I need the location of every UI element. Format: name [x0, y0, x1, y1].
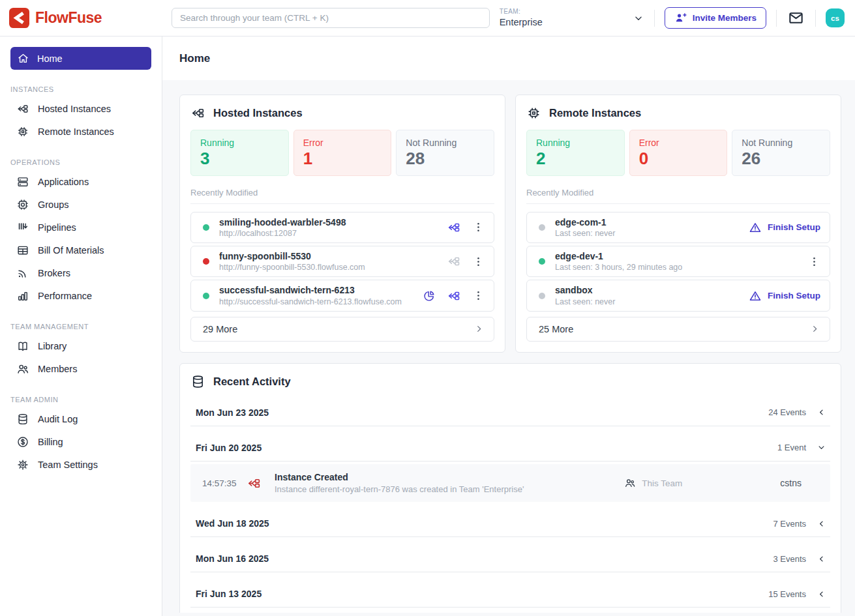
- applications-icon: [16, 175, 29, 188]
- team-name: Enterprise: [500, 16, 543, 28]
- stat-value: 1: [303, 149, 382, 168]
- invite-members-button[interactable]: Invite Members: [665, 7, 766, 29]
- instance-url: http://funny-spoonbill-5530.flowfuse.com: [219, 262, 365, 272]
- search-input[interactable]: [172, 8, 490, 28]
- activity-group: Fri Jun 13 2025 15 Events: [190, 581, 830, 608]
- warning-triangle-icon: [749, 221, 762, 234]
- team-selector[interactable]: TEAM: Enterprise: [500, 8, 644, 28]
- remote-more-row[interactable]: 25 More: [526, 317, 830, 342]
- brokers-icon: [16, 267, 29, 280]
- brand-logo[interactable]: FlowFuse: [0, 8, 162, 28]
- sidebar-item-members[interactable]: Members: [10, 357, 151, 380]
- sidebar-item-brokers[interactable]: Brokers: [10, 261, 151, 284]
- activity-group-header[interactable]: Fri Jun 13 2025 15 Events: [190, 581, 830, 608]
- bill-of-materials-icon: [16, 244, 29, 257]
- stat-label: Error: [303, 138, 382, 148]
- sidebar-item-audit-log[interactable]: Audit Log: [10, 407, 151, 430]
- members-icon: [16, 362, 29, 375]
- stat-not-running[interactable]: Not Running 28: [396, 130, 494, 176]
- sidebar-item-label: Applications: [38, 177, 89, 187]
- sidebar-item-library[interactable]: Library: [10, 334, 151, 357]
- kebab-menu-icon[interactable]: [472, 221, 485, 233]
- remote-instances-card: Remote Instances Running 2 Error 0 Not R…: [515, 95, 841, 353]
- activity-event-row[interactable]: 14:57:35 Instance Created Instance diffe…: [190, 464, 830, 502]
- hosted-more-row[interactable]: 29 More: [190, 317, 494, 342]
- kebab-menu-icon[interactable]: [472, 256, 485, 268]
- group-event-count: 1 Event: [777, 443, 806, 452]
- device-name: sandbox: [555, 284, 615, 296]
- group-event-count: 7 Events: [773, 519, 806, 529]
- instance-row[interactable]: successful-sandwich-tern-6213 http://suc…: [190, 280, 494, 311]
- sidebar-item-label: Audit Log: [38, 414, 78, 424]
- section-label-team-management: TEAM MANAGEMENT: [10, 323, 151, 330]
- stat-not-running[interactable]: Not Running 26: [732, 130, 830, 176]
- instance-row[interactable]: smiling-hooded-warbler-5498 http://local…: [190, 212, 494, 243]
- sidebar-item-groups[interactable]: Groups: [10, 193, 151, 216]
- section-label-team-admin: TEAM ADMIN: [10, 396, 151, 403]
- stat-error[interactable]: Error 1: [293, 130, 392, 176]
- kebab-menu-icon[interactable]: [808, 256, 820, 268]
- open-editor-icon[interactable]: [447, 289, 461, 303]
- user-plus-icon: [674, 12, 687, 24]
- card-title: Hosted Instances: [213, 107, 303, 119]
- notifications-button[interactable]: [787, 8, 805, 27]
- divider: [815, 10, 816, 27]
- card-title: Recent Activity: [213, 375, 291, 388]
- hosted-instances-card: Hosted Instances Running 3 Error 1 Not R…: [179, 95, 505, 353]
- invite-members-label: Invite Members: [693, 13, 757, 23]
- open-editor-icon[interactable]: [447, 220, 461, 235]
- user-avatar[interactable]: cs: [826, 8, 845, 27]
- device-row[interactable]: edge-com-1 Last seen: never Finish Setup: [526, 212, 830, 243]
- chevron-left-icon: [817, 589, 826, 599]
- device-row[interactable]: edge-dev-1 Last seen: 3 hours, 29 minute…: [526, 246, 830, 277]
- activity-group-expanded: Fri Jun 20 2025 1 Event 14:57:35 Instanc…: [190, 435, 830, 502]
- sidebar-item-remote-instances[interactable]: Remote Instances: [10, 120, 151, 143]
- card-title: Remote Instances: [549, 107, 641, 119]
- status-dot-never: [539, 224, 545, 231]
- library-icon: [16, 340, 29, 353]
- hosted-instances-icon: [16, 102, 29, 115]
- stat-label: Running: [200, 138, 279, 148]
- sidebar-item-hosted-instances[interactable]: Hosted Instances: [10, 97, 151, 120]
- device-last-seen: Last seen: 3 hours, 29 minutes ago: [555, 262, 682, 272]
- finish-setup-label: Finish Setup: [768, 291, 820, 301]
- finish-setup-button[interactable]: Finish Setup: [749, 289, 820, 302]
- chevron-right-icon: [473, 323, 485, 334]
- audit-log-icon: [16, 413, 29, 426]
- sidebar-item-bill-of-materials[interactable]: Bill Of Materials: [10, 239, 151, 261]
- page-titlebar: Home: [162, 37, 855, 80]
- sidebar-item-pipelines[interactable]: Pipelines: [10, 216, 151, 239]
- status-dot-never: [539, 293, 545, 299]
- sidebar-item-performance[interactable]: Performance: [10, 284, 151, 307]
- sidebar-item-applications[interactable]: Applications: [10, 170, 151, 193]
- chevron-left-icon: [817, 407, 826, 417]
- chevron-left-icon: [817, 519, 826, 529]
- stat-running[interactable]: Running 2: [526, 130, 625, 176]
- activity-group-header[interactable]: Wed Jun 18 2025 7 Events: [190, 510, 830, 537]
- activity-group-header[interactable]: Mon Jun 23 2025 24 Events: [190, 400, 830, 426]
- stat-label: Running: [536, 138, 615, 148]
- event-title: Instance Created: [275, 471, 524, 484]
- chevron-down-icon: [633, 12, 644, 24]
- activity-group-header[interactable]: Fri Jun 20 2025 1 Event: [190, 435, 830, 462]
- kebab-menu-icon[interactable]: [472, 289, 485, 302]
- group-date: Fri Jun 20 2025: [196, 443, 262, 453]
- sidebar-item-billing[interactable]: Billing: [10, 430, 151, 453]
- group-event-count: 24 Events: [768, 407, 806, 417]
- sidebar-item-home[interactable]: Home: [10, 47, 151, 70]
- instance-row[interactable]: funny-spoonbill-5530 http://funny-spoonb…: [190, 246, 494, 277]
- finish-setup-button[interactable]: Finish Setup: [749, 221, 820, 234]
- stat-running[interactable]: Running 3: [190, 130, 289, 176]
- sidebar-item-label: Members: [38, 364, 77, 374]
- sidebar-item-team-settings[interactable]: Team Settings: [10, 453, 151, 476]
- stat-error[interactable]: Error 0: [629, 130, 728, 176]
- groups-icon: [16, 198, 29, 211]
- activity-group-header[interactable]: Mon Jun 16 2025 3 Events: [190, 546, 830, 572]
- device-row[interactable]: sandbox Last seen: never Finish Setup: [526, 280, 830, 311]
- activity-group: Mon Jun 23 2025 24 Events: [190, 400, 830, 426]
- group-event-count: 15 Events: [768, 589, 806, 599]
- remote-instances-icon: [16, 125, 29, 138]
- sidebar-item-label: Library: [38, 341, 67, 351]
- dashboard-icon[interactable]: [423, 289, 436, 302]
- event-description: Instance different-royal-tern-7876 was c…: [275, 484, 524, 495]
